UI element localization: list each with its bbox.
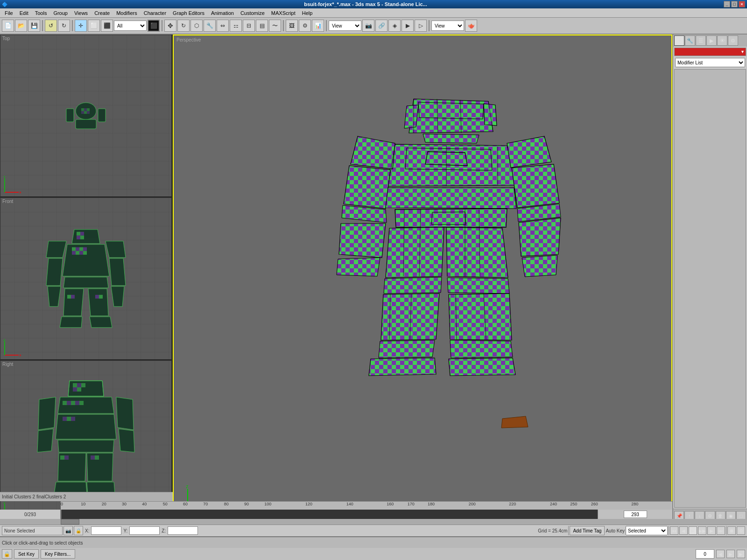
- mini-prev-button[interactable]: ◀: [716, 550, 725, 558]
- layer-button[interactable]: ▤: [256, 20, 268, 32]
- menu-help[interactable]: Help: [299, 9, 316, 17]
- new-button[interactable]: 📄: [2, 20, 14, 32]
- minimize-button[interactable]: _: [724, 1, 730, 7]
- tick-0: 0: [61, 502, 63, 506]
- play-all-button[interactable]: ▶▶: [698, 526, 706, 535]
- camera-status-icon[interactable]: 📷: [63, 526, 73, 535]
- go-to-end-button[interactable]: ⏭: [717, 526, 725, 535]
- selection-filter-dropdown[interactable]: All Geometry Shapes: [114, 21, 147, 31]
- select-scale-button[interactable]: ⬡: [190, 20, 203, 32]
- object-color-button[interactable]: ⬛: [148, 20, 160, 32]
- select-move-button[interactable]: ✥: [164, 20, 176, 32]
- key-mode-button[interactable]: ⏺: [727, 526, 736, 535]
- frame-counter[interactable]: 0/293: [0, 510, 61, 519]
- lock-icon[interactable]: 🔒: [2, 549, 12, 559]
- array-button[interactable]: ⚏: [230, 20, 242, 32]
- info-bar: Initial Clusters 2 finalClusters 2: [0, 492, 173, 501]
- time-config-button[interactable]: ⚙: [737, 526, 745, 535]
- add-time-tag-button[interactable]: Add Time Tag: [570, 526, 605, 535]
- next-frame-button[interactable]: ▶: [707, 526, 716, 535]
- timeline-scrollbar[interactable]: [0, 519, 747, 525]
- lock-status-icon[interactable]: 🔒: [74, 526, 83, 535]
- open-button[interactable]: 📂: [15, 20, 27, 32]
- end-frame-input[interactable]: [624, 511, 647, 518]
- timeline-track[interactable]: 0/293: [0, 510, 672, 519]
- viewport-top[interactable]: Top: [0, 35, 172, 197]
- menu-tools[interactable]: Tools: [32, 9, 50, 17]
- select-region-button[interactable]: ⬛: [101, 20, 113, 32]
- menu-group[interactable]: Group: [50, 9, 70, 17]
- prev-frame-button[interactable]: ◀: [679, 526, 688, 535]
- select-rotate-button[interactable]: ↻: [177, 20, 190, 32]
- camera-button[interactable]: 📷: [362, 20, 374, 32]
- schematic-view-button[interactable]: 🔗: [375, 20, 388, 32]
- svg-rect-1: [76, 119, 96, 129]
- go-to-start-button[interactable]: ⏮: [670, 526, 678, 535]
- redo-button[interactable]: ↻: [58, 20, 70, 32]
- timeline-bar[interactable]: [61, 510, 598, 519]
- menu-animation[interactable]: Animation: [208, 9, 237, 17]
- render-type-button[interactable]: ▶: [402, 20, 414, 32]
- curves-button[interactable]: 〜: [269, 20, 281, 32]
- color-swatch[interactable]: ▼: [674, 48, 746, 56]
- key-filters-button[interactable]: Key Filters...: [41, 549, 75, 559]
- menu-maxscript[interactable]: MAXScript: [268, 9, 298, 17]
- menu-edit[interactable]: Edit: [17, 9, 31, 17]
- timeline-scroll-thumb[interactable]: [61, 519, 79, 525]
- mini-play-button[interactable]: ▶: [726, 550, 735, 558]
- svg-marker-21: [111, 287, 124, 307]
- sidebar-utilities-icon[interactable]: ⚙: [728, 35, 738, 46]
- render-view-dropdown[interactable]: View: [431, 21, 464, 31]
- menu-modifiers[interactable]: Modifiers: [113, 9, 140, 17]
- modifier-panel-area: [674, 69, 746, 508]
- quick-render-button[interactable]: ▷: [415, 20, 427, 32]
- align-button[interactable]: ⊟: [243, 20, 255, 32]
- render-button[interactable]: 🖼: [286, 20, 298, 32]
- select-manipulate-button[interactable]: 🔧: [204, 20, 216, 32]
- modifier-list-dropdown[interactable]: Modifier List: [675, 58, 745, 67]
- material-editor-button[interactable]: ◈: [388, 20, 401, 32]
- svg-rect-76: [95, 455, 99, 460]
- z-coord-input[interactable]: [168, 526, 198, 535]
- svg-marker-24: [88, 289, 108, 316]
- menu-graph-editors[interactable]: Graph Editors: [170, 9, 207, 17]
- z-coord-label: Z:: [161, 528, 167, 533]
- menu-file[interactable]: File: [2, 9, 16, 17]
- extra-button[interactable]: 🫖: [465, 20, 477, 32]
- svg-text:X: X: [19, 353, 21, 357]
- set-key-button[interactable]: Set Key: [14, 549, 39, 559]
- viewport-perspective[interactable]: Perspective: [173, 35, 672, 523]
- render-history-button[interactable]: 📊: [312, 20, 324, 32]
- close-button[interactable]: ×: [739, 1, 745, 7]
- sidebar-display-icon[interactable]: 👁: [717, 35, 727, 46]
- click-hint-text: Click or click-and-drag to select object…: [2, 540, 83, 546]
- svg-marker-16: [46, 241, 66, 258]
- menu-views[interactable]: Views: [71, 9, 91, 17]
- y-coord-input[interactable]: [129, 526, 160, 535]
- viewport-front[interactable]: Front: [0, 197, 172, 360]
- x-coord-input[interactable]: [91, 526, 121, 535]
- menu-create[interactable]: Create: [92, 9, 113, 17]
- sidebar-modify-icon[interactable]: 🔧: [685, 35, 695, 46]
- svg-rect-68: [75, 401, 79, 405]
- view-type-dropdown[interactable]: View Screen World: [329, 21, 361, 31]
- render-setup-button[interactable]: ⚙: [299, 20, 311, 32]
- undo-button[interactable]: ↺: [45, 20, 57, 32]
- current-frame-input[interactable]: [696, 549, 714, 559]
- play-button[interactable]: ▶: [689, 526, 697, 535]
- save-button[interactable]: 💾: [28, 20, 40, 32]
- window-controls[interactable]: _ □ ×: [724, 1, 745, 7]
- menu-character[interactable]: Character: [141, 9, 169, 17]
- svg-rect-30: [80, 236, 84, 239]
- tick-40: 40: [142, 502, 147, 506]
- selected-dropdown[interactable]: Selected: [626, 526, 668, 535]
- menu-customize[interactable]: Customize: [238, 9, 268, 17]
- select-name-button[interactable]: ⬜: [88, 20, 100, 32]
- select-button[interactable]: ✛: [75, 20, 87, 32]
- mini-next-button[interactable]: ▶: [737, 550, 745, 558]
- sidebar-motion-icon[interactable]: ▶: [706, 35, 717, 46]
- maximize-button[interactable]: □: [731, 1, 738, 7]
- sidebar-hierarchy-icon[interactable]: ☰: [696, 35, 706, 46]
- sidebar-create-icon[interactable]: ✦: [674, 35, 684, 46]
- mirror-button[interactable]: ⇔: [217, 20, 229, 32]
